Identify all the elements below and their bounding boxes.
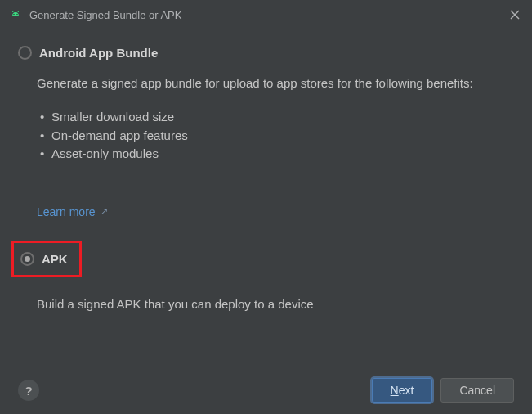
bundle-benefits-list: Smaller download size On-demand app feat…	[37, 108, 514, 164]
next-button[interactable]: Next	[372, 378, 433, 403]
learn-more-label: Learn more	[37, 205, 96, 218]
cancel-label: Cancel	[459, 384, 495, 397]
help-button[interactable]: ?	[18, 380, 39, 401]
external-link-icon: ↗	[101, 206, 108, 217]
benefit-item: Asset-only modules	[40, 145, 514, 164]
option-android-app-bundle[interactable]: Android App Bundle	[18, 46, 514, 60]
apk-highlight: APK	[11, 241, 82, 277]
svg-line-3	[18, 11, 19, 12]
apk-description: Build a signed APK that you can deploy t…	[18, 297, 514, 311]
benefit-item: Smaller download size	[40, 108, 514, 127]
dialog-footer: ? Next Cancel	[18, 378, 514, 403]
apk-section: APK Build a signed APK that you can depl…	[18, 241, 514, 311]
radio-bundle[interactable]	[18, 46, 32, 60]
help-icon: ?	[25, 384, 32, 398]
dialog-content: Android App Bundle Generate a signed app…	[0, 29, 532, 311]
option-label-apk: APK	[42, 252, 68, 266]
bundle-section-body: Generate a signed app bundle for upload …	[18, 74, 514, 219]
cancel-button[interactable]: Cancel	[440, 378, 514, 403]
android-icon	[8, 7, 23, 22]
svg-point-1	[16, 14, 17, 15]
radio-apk[interactable]	[20, 252, 34, 266]
option-apk[interactable]: APK	[20, 252, 68, 266]
close-icon[interactable]	[509, 9, 521, 20]
svg-point-0	[13, 14, 14, 15]
bundle-description: Generate a signed app bundle for upload …	[37, 74, 514, 92]
svg-line-2	[12, 11, 13, 12]
dialog-title: Generate Signed Bundle or APK	[29, 9, 509, 21]
option-label-bundle: Android App Bundle	[39, 46, 158, 60]
learn-more-link[interactable]: Learn more ↗	[37, 205, 108, 218]
titlebar: Generate Signed Bundle or APK	[0, 0, 532, 29]
benefit-item: On-demand app features	[40, 127, 514, 146]
